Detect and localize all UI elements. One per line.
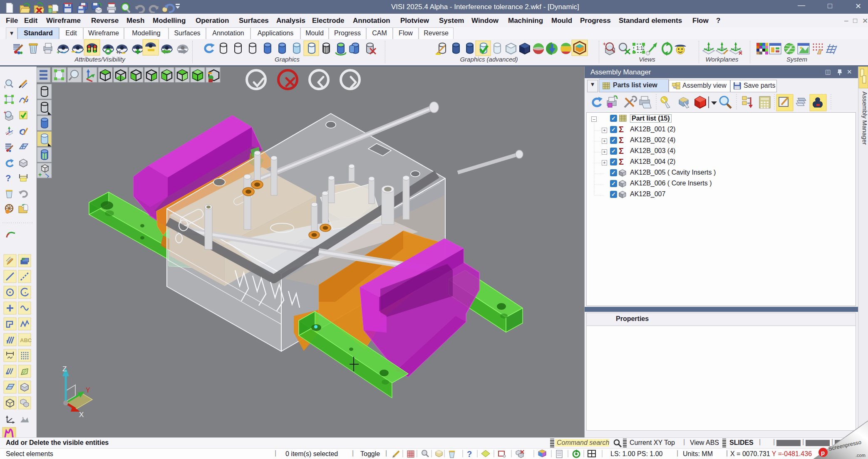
svg-text:+: +	[57, 49, 60, 55]
svg-text:1:1: 1:1	[636, 45, 643, 51]
svg-text:+: +	[38, 171, 42, 178]
svg-text:?: ?	[467, 449, 472, 459]
svg-text:Y: Y	[86, 387, 90, 394]
svg-text:Z: Z	[62, 365, 67, 373]
svg-text:?: ?	[5, 173, 11, 183]
svg-text:ABC: ABC	[20, 337, 32, 343]
svg-text:p: p	[821, 449, 825, 456]
svg-text:+: +	[603, 41, 606, 47]
svg-text:X: X	[79, 411, 84, 419]
svg-text:.com: .com	[856, 453, 866, 458]
svg-text:+/: +/	[116, 49, 121, 55]
svg-text:+: +	[4, 110, 6, 115]
